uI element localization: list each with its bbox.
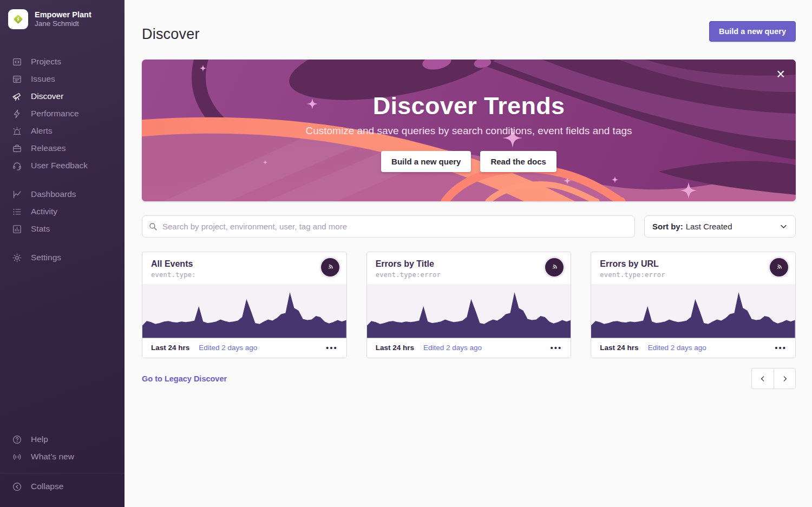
- question-circle-icon: [12, 434, 22, 445]
- sidebar-item-label: Performance: [31, 109, 79, 118]
- discover-trends-banner: × Discover Trends Customize and save que…: [142, 60, 796, 201]
- ellipsis-menu-icon[interactable]: •••: [775, 341, 787, 354]
- sidebar-item-stats[interactable]: Stats: [0, 220, 125, 238]
- card-query: event.type:error: [600, 271, 763, 279]
- sidebar-item-dashboards[interactable]: Dashboards: [0, 186, 125, 203]
- sidebar-collapse-button[interactable]: Collapse: [0, 478, 125, 495]
- sidebar-item-performance[interactable]: Performance: [0, 105, 125, 122]
- chevron-left-circle-icon: [12, 482, 22, 492]
- sidebar-item-help[interactable]: Help: [0, 431, 125, 448]
- card-query: event.type:: [151, 271, 314, 279]
- sidebar-item-label: Settings: [31, 253, 61, 262]
- search-icon: [148, 222, 158, 231]
- banner-read-docs-button[interactable]: Read the docs: [480, 151, 556, 172]
- avatar: [770, 258, 788, 276]
- sidebar-item-label: Projects: [31, 57, 61, 67]
- sidebar-item-alerts[interactable]: Alerts: [0, 122, 125, 140]
- card-title: Errors by Title: [376, 259, 539, 269]
- chevron-right-icon: [781, 375, 789, 383]
- previous-page-button[interactable]: [751, 368, 774, 389]
- lightning-icon: [12, 109, 22, 119]
- org-switcher[interactable]: Empower Plant Jane Schmidt: [0, 0, 125, 37]
- sort-label: Sort by:: [652, 222, 683, 231]
- next-page-button[interactable]: [774, 368, 796, 389]
- saved-query-card-all-events[interactable]: All Events event.type: Last 24 hrs Edite…: [142, 252, 347, 358]
- telescope-icon: [12, 91, 22, 102]
- ellipsis-menu-icon[interactable]: •••: [326, 341, 338, 354]
- sidebar-item-label: What’s new: [31, 452, 74, 462]
- sidebar-item-label: User Feedback: [31, 161, 88, 170]
- card-title: All Events: [151, 259, 314, 269]
- card-query: event.type:error: [376, 271, 539, 279]
- pagination: [751, 368, 796, 389]
- card-timeframe: Last 24 hrs: [151, 344, 189, 352]
- page-title: Discover: [142, 21, 200, 43]
- siren-icon: [12, 126, 22, 136]
- avatar: [321, 258, 339, 276]
- sidebar-item-activity[interactable]: Activity: [0, 203, 125, 220]
- org-name: Empower Plant: [35, 10, 91, 19]
- broadcast-icon: [12, 452, 22, 462]
- saved-query-card-errors-by-title[interactable]: Errors by Title event.type:error Last 24…: [366, 252, 572, 358]
- chevron-down-icon: [780, 222, 788, 231]
- sidebar-item-label: Alerts: [31, 126, 53, 136]
- sidebar-item-settings[interactable]: Settings: [0, 249, 125, 266]
- sidebar-item-projects[interactable]: Projects: [0, 53, 125, 70]
- card-timeframe: Last 24 hrs: [376, 344, 414, 352]
- line-chart-icon: [12, 189, 22, 200]
- legacy-discover-link[interactable]: Go to Legacy Discover: [142, 374, 227, 383]
- banner-title: Discover Trends: [373, 92, 565, 120]
- sort-dropdown[interactable]: Sort by: Last Created: [644, 215, 796, 238]
- sentry-logo-icon: [325, 262, 336, 273]
- issues-icon: [12, 74, 22, 84]
- sentry-logo-icon: [549, 262, 560, 273]
- card-sparkline-chart: [591, 284, 795, 338]
- bar-chart-icon: [12, 224, 22, 234]
- sidebar-item-user-feedback[interactable]: User Feedback: [0, 157, 125, 174]
- sentry-logo-icon: [774, 262, 784, 273]
- card-sparkline-chart: [142, 284, 346, 338]
- build-new-query-button[interactable]: Build a new query: [709, 21, 796, 42]
- sidebar-item-issues[interactable]: Issues: [0, 70, 125, 88]
- card-timeframe: Last 24 hrs: [600, 344, 638, 352]
- chevron-left-icon: [759, 375, 767, 383]
- search-input[interactable]: [142, 215, 635, 238]
- card-sparkline-chart: [367, 284, 571, 338]
- sidebar-item-label: Discover: [31, 91, 63, 101]
- sidebar-item-discover[interactable]: Discover: [0, 88, 125, 105]
- list-icon: [12, 207, 22, 217]
- sidebar-item-label: Releases: [31, 143, 66, 153]
- main-content: Discover Build a new query: [125, 0, 812, 389]
- sidebar-item-label: Stats: [31, 224, 50, 234]
- avatar: [545, 258, 564, 276]
- sidebar-item-label: Collapse: [31, 482, 63, 491]
- banner-subtitle: Customize and save queries by search con…: [305, 125, 632, 137]
- sidebar-item-label: Activity: [31, 207, 57, 216]
- empower-plant-logo-icon: [12, 13, 24, 25]
- sidebar-item-releases[interactable]: Releases: [0, 140, 125, 157]
- sort-value: Last Created: [686, 222, 732, 231]
- sidebar: Empower Plant Jane Schmidt Projects Issu…: [0, 0, 125, 507]
- org-avatar: [8, 9, 28, 29]
- sidebar-item-label: Issues: [31, 74, 55, 84]
- projects-icon: [12, 57, 22, 67]
- sidebar-item-whats-new[interactable]: What’s new: [0, 448, 125, 465]
- card-title: Errors by URL: [600, 259, 763, 269]
- saved-query-card-errors-by-url[interactable]: Errors by URL event.type:error Last 24 h…: [591, 252, 796, 358]
- headset-icon: [12, 161, 22, 171]
- sidebar-item-label: Help: [31, 434, 48, 444]
- card-edited-link[interactable]: Edited 2 days ago: [648, 344, 706, 352]
- banner-build-query-button[interactable]: Build a new query: [381, 151, 471, 172]
- briefcase-icon: [12, 143, 22, 154]
- org-user: Jane Schmidt: [35, 19, 91, 29]
- sidebar-item-label: Dashboards: [31, 189, 76, 199]
- ellipsis-menu-icon[interactable]: •••: [551, 341, 562, 354]
- card-edited-link[interactable]: Edited 2 days ago: [199, 344, 257, 352]
- card-edited-link[interactable]: Edited 2 days ago: [423, 344, 482, 352]
- gear-icon: [12, 253, 22, 263]
